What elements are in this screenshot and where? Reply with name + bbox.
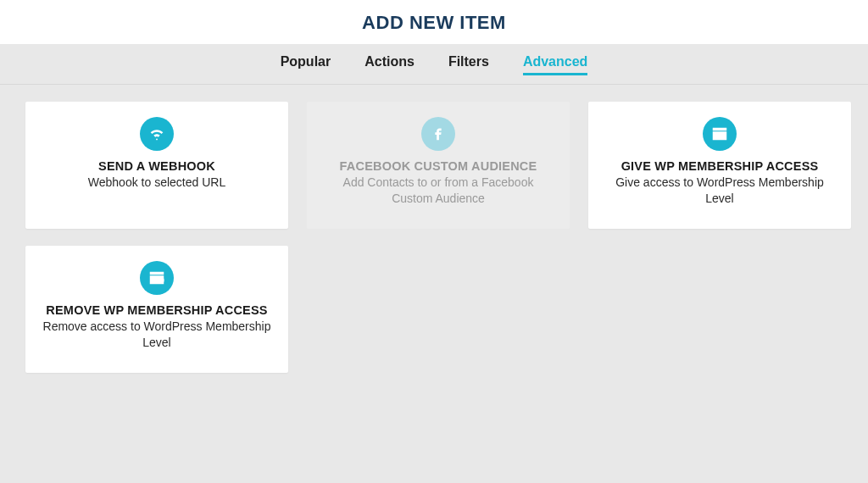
browser-check-icon [703, 117, 737, 151]
card-desc: Remove access to WordPress Membership Le… [42, 319, 271, 351]
modal-title: ADD NEW ITEM [0, 12, 868, 34]
tab-filters[interactable]: Filters [448, 54, 489, 75]
card-desc: Add Contacts to or from a Facebook Custo… [324, 175, 553, 207]
card-remove-wp-membership[interactable]: REMOVE WP MEMBERSHIP ACCESS Remove acces… [25, 246, 288, 373]
tab-advanced[interactable]: Advanced [523, 54, 587, 75]
card-title: SEND A WEBHOOK [98, 159, 215, 173]
card-title: GIVE WP MEMBERSHIP ACCESS [621, 159, 819, 173]
card-desc: Webhook to selected URL [88, 175, 225, 191]
browser-remove-icon [140, 261, 174, 295]
card-title: REMOVE WP MEMBERSHIP ACCESS [46, 303, 267, 317]
tab-actions[interactable]: Actions [364, 54, 415, 75]
wifi-icon [140, 117, 174, 151]
card-send-webhook[interactable]: SEND A WEBHOOK Webhook to selected URL [25, 102, 288, 229]
card-desc: Give access to WordPress Membership Leve… [605, 175, 834, 207]
tab-bar: Popular Actions Filters Advanced [0, 44, 868, 85]
card-title: FACEBOOK CUSTOM AUDIENCE [340, 159, 537, 173]
card-give-wp-membership[interactable]: GIVE WP MEMBERSHIP ACCESS Give access to… [588, 102, 851, 229]
card-facebook-custom-audience[interactable]: FACEBOOK CUSTOM AUDIENCE Add Contacts to… [307, 102, 570, 229]
tab-popular[interactable]: Popular [281, 54, 331, 75]
card-grid: SEND A WEBHOOK Webhook to selected URL F… [0, 85, 868, 390]
facebook-icon [421, 117, 455, 151]
modal-header: ADD NEW ITEM [0, 0, 868, 44]
